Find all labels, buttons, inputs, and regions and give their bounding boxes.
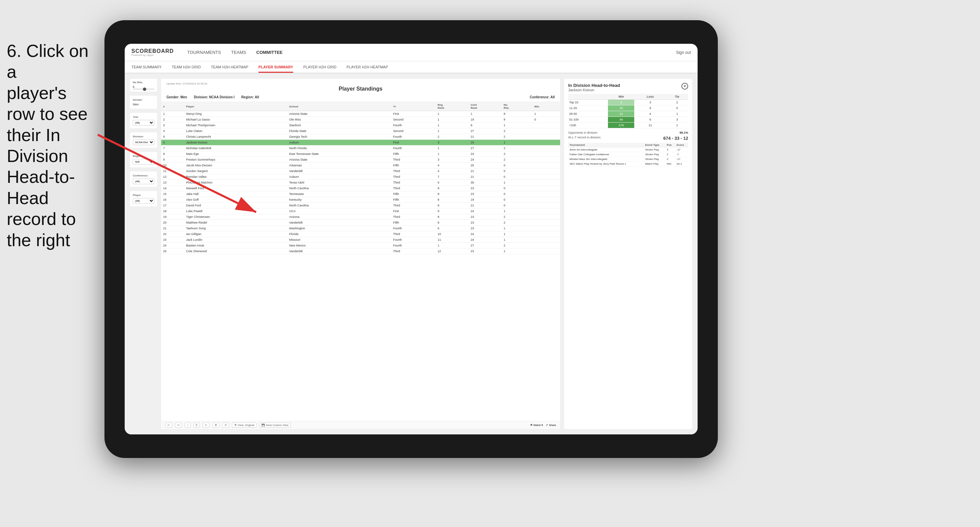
h2h-col-win: Win (608, 94, 634, 100)
table-row[interactable]: 21 Taehoon Song Washington Fourth 6 23 1 (161, 225, 560, 231)
view-original-button[interactable]: 👁 View: Original (232, 422, 256, 428)
conference-select[interactable]: (All) (133, 178, 154, 184)
cell-conf: 23 (468, 220, 501, 225)
settings-button[interactable]: ⚙ (212, 422, 220, 428)
table-row[interactable]: 4 Luke Claton Florida State Second 1 27 … (161, 128, 560, 134)
filter-region: Region: All (241, 95, 259, 99)
tab-team-h2h-grid[interactable]: TEAM H2H GRID (172, 62, 201, 73)
h2h-table-body: Top 10 8 3 2 11-25 20 9 5 26-50 22 4 1 5… (568, 100, 688, 128)
update-time: Update time: 27/03/2024 16:56:26 (167, 82, 555, 85)
nav-committee[interactable]: COMMITTEE (256, 49, 283, 56)
h2h-loss-cell: 9 (634, 105, 666, 111)
table-row[interactable]: 19 Tiger Christensen Arizona Third 8 23 … (161, 214, 560, 220)
undo-button[interactable]: ↩ (165, 422, 172, 428)
opponents-label: Opponents in division: (568, 131, 598, 134)
table-row[interactable]: 20 Matthew Riedel Vanderbilt Fifth 8 23 … (161, 220, 560, 225)
cell-reg: 4 (436, 168, 469, 174)
tournament-table-body: Amer Ari Intercollegiate Stroke Play 4 -… (568, 148, 688, 166)
cell-win (532, 197, 560, 203)
table-row[interactable]: 22 Ian Gilligan Florida Third 10 24 1 (161, 231, 560, 237)
division-select[interactable]: NCAA Division I (133, 140, 154, 145)
col-num: # (161, 102, 184, 111)
cell-conf: 23 (468, 225, 501, 231)
cell-yr: Second (391, 117, 436, 122)
table-row[interactable]: 8 Mats Ege East Tennessee State Fifth 1 … (161, 151, 560, 157)
table-row[interactable]: 2 Michael La Sasso Ole Miss Second 1 19 … (161, 117, 560, 122)
tournament-row: SEC Match Play Hosted by Jerry Pate Roun… (568, 162, 688, 166)
share-button[interactable]: ↗ Share (546, 424, 556, 427)
table-row[interactable]: 12 Brendan Valles Auburn Third 7 21 0 (161, 174, 560, 180)
t-score: -17 (675, 148, 688, 152)
cell-reg: 8 (436, 197, 469, 203)
nav-teams[interactable]: TEAMS (231, 49, 247, 56)
h2h-col-loss: Loss (634, 94, 666, 100)
table-row[interactable]: 15 Jake Hall Tennessee Fifth 8 23 0 (161, 191, 560, 197)
table-row[interactable]: 25 Cole Sherwood Vanderbilt Third 12 23 … (161, 249, 560, 254)
tab-player-h2h-heatmap[interactable]: PLAYER H2H HEATMAP (347, 62, 388, 73)
nav-tournaments[interactable]: TOURNAMENTS (188, 49, 221, 56)
tab-player-summary[interactable]: PLAYER SUMMARY (258, 62, 293, 73)
cell-yr: Fourth (391, 237, 436, 243)
table-row[interactable]: 7 Nicholas Gabrelcik North Florida Fourt… (161, 146, 560, 151)
cell-player: Nicholas Gabrelcik (184, 146, 287, 151)
cell-num: 19 (161, 214, 184, 220)
cell-rds: 1 (501, 231, 532, 237)
tab-player-h2h-grid[interactable]: PLAYER H2H GRID (303, 62, 336, 73)
h2h-loss-cell: 11 (634, 122, 666, 128)
table-row[interactable]: 23 Jack Lundin Missouri Fourth 11 24 1 (161, 237, 560, 243)
t-name: SEC Match Play Hosted by Jerry Pate Roun… (568, 162, 644, 166)
tab-team-summary[interactable]: TEAM SUMMARY (131, 62, 162, 73)
table-row[interactable]: 18 Luke Powell UCA First 9 24 1 (161, 208, 560, 214)
cell-reg: 12 (436, 249, 469, 254)
refresh-button[interactable]: ↺ (222, 422, 229, 428)
tab-team-h2h-heatmap[interactable]: TEAM H2H HEATMAP (211, 62, 248, 73)
cell-num: 8 (161, 151, 184, 157)
cell-reg: 8 (436, 203, 469, 208)
gender-value: Men (133, 103, 154, 106)
cell-school: North Carolina (287, 186, 391, 191)
table-row[interactable]: 13 Phichaksn Maichon Texas A&M Third 6 3… (161, 180, 560, 186)
cell-school: Arizona State (287, 157, 391, 163)
cell-rds: 0 (501, 174, 532, 180)
player-select[interactable]: (All) (133, 198, 154, 204)
cell-num: 5 (161, 134, 184, 140)
h2h-win-cell: 578 (608, 122, 634, 128)
sort-button[interactable]: ↕ (185, 422, 191, 428)
table-row[interactable]: 14 Maxwell Ford North Carolina Third 8 2… (161, 186, 560, 191)
cell-win (532, 203, 560, 208)
table-row[interactable]: 9 Preston Summerhays Arizona State Third… (161, 157, 560, 163)
watch-button[interactable]: 👁 Watch ▾ (530, 424, 543, 427)
logo-title: SCOREBOARD (131, 49, 174, 54)
cell-conf: 19 (468, 197, 501, 203)
save-custom-view-button[interactable]: 💾 Save Custom View (259, 422, 291, 428)
table-row[interactable]: 6 Jackson Koivun Auburn First 3 20 1 (161, 140, 560, 146)
table-row[interactable]: 11 Gordon Sargent Vanderbilt Third 4 21 … (161, 168, 560, 174)
cut-button[interactable]: ✂ (202, 422, 210, 428)
table-row[interactable]: 24 Bastien Amat New Mexico Fourth 1 27 2 (161, 243, 560, 249)
cell-win (532, 237, 560, 243)
cell-player: Christo Lamprecht (184, 134, 287, 140)
table-row[interactable]: 3 Michael Thorbjornsen Stanford Fourth 1… (161, 122, 560, 128)
redo-button[interactable]: ↪ (175, 422, 182, 428)
h2h-loss-cell: 4 (634, 111, 666, 117)
cell-reg: 1 (436, 111, 469, 117)
sign-out-button[interactable]: Sign out (676, 50, 691, 55)
h2h-close-button[interactable]: × (681, 83, 688, 90)
year-select[interactable]: (All) (133, 120, 154, 125)
no-rds-slider[interactable] (133, 89, 154, 90)
cell-conf: 24 (468, 237, 501, 243)
table-row[interactable]: 10 Jacob Mou-Dessen Arkansas Fifth 4 25 … (161, 163, 560, 168)
copy-button[interactable]: ⎘ (193, 422, 200, 428)
table-row[interactable]: 16 Alex Goff Kentucky Fifth 8 19 0 (161, 197, 560, 203)
cell-yr: Third (391, 231, 436, 237)
t-pos: 2 (665, 152, 675, 157)
cell-num: 11 (161, 168, 184, 174)
region-select[interactable]: N/A (133, 159, 154, 165)
h2h-tie-cell: 3 (666, 117, 688, 122)
table-row[interactable]: 5 Christo Lamprecht Georgia Tech Fourth … (161, 134, 560, 140)
cell-rds: 8 (501, 117, 532, 122)
table-row[interactable]: 1 Wenyi Ding Arizona State First 1 1 8 1 (161, 111, 560, 117)
year-label: Year (133, 116, 154, 119)
table-row[interactable]: 17 David Ford North Carolina Third 8 21 … (161, 203, 560, 208)
cell-num: 22 (161, 231, 184, 237)
